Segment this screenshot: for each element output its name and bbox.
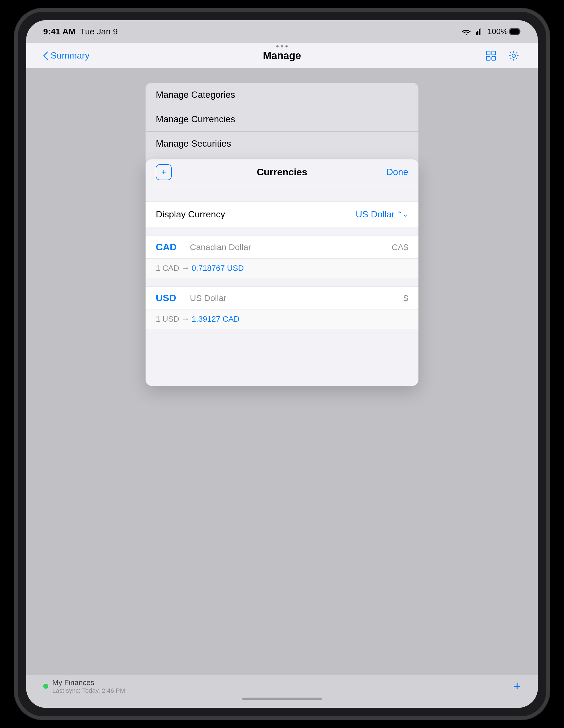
modal-add-button[interactable]: + bbox=[156, 164, 172, 180]
sync-time: Last sync: Today, 2:46 PM bbox=[52, 687, 125, 694]
settings-icon-button[interactable] bbox=[507, 49, 521, 63]
sync-indicator bbox=[43, 684, 48, 689]
usd-name: US Dollar bbox=[190, 293, 403, 303]
status-time: 9:41 AM bbox=[43, 27, 76, 36]
footer-add-button[interactable]: + bbox=[513, 679, 521, 693]
top-dots bbox=[276, 45, 288, 47]
home-indicator-area bbox=[26, 698, 538, 708]
display-currency-row[interactable]: Display Currency US Dollar ⌃⌄ bbox=[145, 201, 419, 227]
svg-rect-6 bbox=[486, 51, 490, 55]
ipad-frame: 9:41 AM Tue Jan 9 1 bbox=[18, 12, 546, 716]
home-indicator bbox=[242, 698, 322, 700]
wifi-icon bbox=[461, 28, 471, 35]
currencies-modal: + Currencies Done Display Currency US Do… bbox=[145, 159, 419, 386]
svg-rect-5 bbox=[510, 29, 519, 34]
status-left: 9:41 AM Tue Jan 9 bbox=[43, 27, 118, 36]
sync-text-block: My Finances Last sync: Today, 2:46 PM bbox=[52, 678, 125, 694]
grid-icon-button[interactable] bbox=[484, 49, 498, 63]
cad-main-row[interactable]: CAD Canadian Dollar CA$ bbox=[145, 236, 419, 259]
svg-rect-3 bbox=[480, 28, 481, 35]
status-right: 100% bbox=[461, 27, 521, 36]
svg-rect-8 bbox=[486, 57, 490, 60]
cad-rate-row: 1 CAD → 0.718767 USD bbox=[145, 259, 419, 278]
modal-spacer-1 bbox=[145, 185, 419, 194]
usd-code: USD bbox=[156, 292, 184, 303]
page-title: Manage bbox=[100, 50, 464, 62]
modal-header: + Currencies Done bbox=[145, 159, 419, 185]
cad-rate: 1 CAD → 0.718767 USD bbox=[156, 264, 244, 273]
display-currency-label: Display Currency bbox=[156, 209, 225, 220]
usd-rate-row: 1 USD → 1.39127 CAD bbox=[145, 309, 419, 329]
modal-overlay: + Currencies Done Display Currency US Do… bbox=[26, 68, 538, 675]
currency-section: CAD Canadian Dollar CA$ 1 CAD → 0.718767… bbox=[145, 236, 419, 329]
usd-symbol: $ bbox=[403, 293, 408, 303]
svg-point-10 bbox=[512, 54, 515, 57]
modal-done-button[interactable]: Done bbox=[387, 167, 409, 177]
back-button[interactable]: Summary bbox=[43, 50, 100, 61]
currency-gap bbox=[145, 278, 419, 286]
cad-symbol: CA$ bbox=[392, 242, 408, 252]
sync-app-name: My Finances bbox=[52, 678, 125, 687]
svg-rect-0 bbox=[476, 32, 477, 35]
footer-sync: My Finances Last sync: Today, 2:46 PM bbox=[43, 678, 125, 694]
modal-title: Currencies bbox=[257, 167, 307, 178]
modal-bottom-pad bbox=[145, 329, 419, 386]
status-date: Tue Jan 9 bbox=[80, 27, 118, 36]
status-bar: 9:41 AM Tue Jan 9 1 bbox=[26, 20, 538, 43]
usd-main-row[interactable]: USD US Dollar $ bbox=[145, 287, 419, 309]
svg-rect-2 bbox=[479, 29, 480, 35]
svg-rect-1 bbox=[477, 31, 478, 35]
cad-code: CAD bbox=[156, 242, 184, 253]
cad-name: Canadian Dollar bbox=[190, 242, 392, 252]
ipad-screen: 9:41 AM Tue Jan 9 1 bbox=[26, 20, 538, 708]
main-content: Manage Categories Manage Currencies Mana… bbox=[26, 68, 538, 675]
nav-right bbox=[464, 49, 521, 63]
usd-currency-item: USD US Dollar $ 1 USD → 1.39127 CAD bbox=[145, 286, 419, 329]
display-currency-value: US Dollar ⌃⌄ bbox=[356, 209, 408, 220]
battery-icon: 100% bbox=[487, 27, 521, 36]
battery-percent: 100% bbox=[487, 27, 508, 36]
signal-icon bbox=[476, 28, 483, 35]
back-label: Summary bbox=[51, 50, 89, 61]
footer: My Finances Last sync: Today, 2:46 PM + bbox=[26, 675, 538, 698]
usd-rate: 1 USD → 1.39127 CAD bbox=[156, 315, 239, 323]
chevron-updown-icon: ⌃⌄ bbox=[397, 210, 408, 218]
cad-currency-item: CAD Canadian Dollar CA$ 1 CAD → 0.718767… bbox=[145, 236, 419, 278]
svg-rect-7 bbox=[492, 51, 496, 55]
svg-rect-9 bbox=[492, 57, 496, 60]
